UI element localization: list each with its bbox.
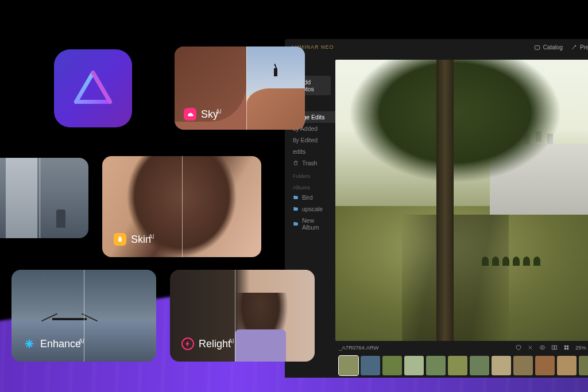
compare-divider xyxy=(182,156,183,257)
cloud-icon xyxy=(184,108,196,121)
app-icon xyxy=(54,49,132,127)
thumbnail[interactable] xyxy=(339,356,358,375)
feature-card-waterfall[interactable] xyxy=(0,158,88,238)
bolt-icon xyxy=(181,337,194,350)
feature-label: SkyAI xyxy=(184,108,221,121)
feature-card-sky[interactable]: SkyAI xyxy=(175,46,305,130)
triangle-logo-icon xyxy=(71,66,115,111)
jar-icon xyxy=(114,233,126,246)
feature-card-enhance[interactable]: EnhanceAI xyxy=(11,270,156,362)
album-item-bird[interactable]: Bird xyxy=(285,192,335,203)
bottom-toolbar: _A7R0764.ARW 25% xyxy=(335,341,588,354)
presets-button[interactable]: Presets xyxy=(571,44,588,51)
eye-icon[interactable] xyxy=(539,344,546,351)
thumbnail[interactable] xyxy=(470,356,489,375)
compare-divider xyxy=(246,46,247,130)
thumbnail[interactable] xyxy=(382,356,402,375)
folder-icon xyxy=(293,195,299,200)
photo-viewport[interactable] xyxy=(335,60,588,341)
thumbnail[interactable] xyxy=(492,356,511,375)
catalog-button[interactable]: Catalog xyxy=(534,44,563,51)
feature-label: SkinAI xyxy=(114,233,154,246)
album-item-upscale[interactable]: upscale xyxy=(285,203,335,215)
zoom-level[interactable]: 25% xyxy=(575,344,586,351)
svg-rect-1 xyxy=(119,236,121,238)
sparkle-icon xyxy=(23,337,36,350)
close-icon[interactable] xyxy=(527,344,533,351)
filename-label: _A7R0764.ARW xyxy=(339,344,379,351)
main-area: _A7R0764.ARW 25% xyxy=(335,55,588,378)
feature-label: RelightAI xyxy=(181,337,234,350)
thumbnail[interactable] xyxy=(426,356,446,375)
titlebar: LUMINAR NEO Catalog Presets xyxy=(285,39,588,55)
svg-rect-4 xyxy=(552,346,554,349)
album-item-new[interactable]: New Album xyxy=(285,215,335,233)
sidebar-item-edits[interactable]: edits xyxy=(285,146,335,157)
svg-rect-7 xyxy=(567,345,568,347)
svg-rect-8 xyxy=(564,347,566,349)
compare-divider xyxy=(40,158,40,238)
thumbnail[interactable] xyxy=(579,356,588,375)
sidebar-item-trash[interactable]: Trash xyxy=(285,157,335,169)
feature-card-relight[interactable]: RelightAI xyxy=(170,270,315,362)
svg-rect-9 xyxy=(567,347,568,349)
thumbnail[interactable] xyxy=(535,356,555,375)
svg-rect-6 xyxy=(564,345,566,347)
folder-icon xyxy=(293,221,299,227)
albums-section-label: Albums xyxy=(285,180,335,192)
folder-icon xyxy=(293,206,299,212)
thumbnail[interactable] xyxy=(557,356,577,375)
thumbnail[interactable] xyxy=(404,356,424,375)
thumbnail[interactable] xyxy=(361,356,380,375)
folder-icon xyxy=(534,44,540,51)
svg-point-3 xyxy=(541,347,543,348)
svg-rect-5 xyxy=(555,346,557,349)
feature-label: EnhanceAI xyxy=(23,337,84,350)
wand-icon xyxy=(571,44,577,51)
grid-icon[interactable] xyxy=(563,344,570,351)
filmstrip xyxy=(335,354,588,378)
trash-icon xyxy=(293,160,299,166)
feature-card-skin[interactable]: SkinAI xyxy=(102,156,261,257)
compare-icon[interactable] xyxy=(551,344,558,351)
folders-section-label: Folders xyxy=(285,169,335,180)
compare-divider xyxy=(235,270,235,362)
svg-rect-2 xyxy=(535,45,539,49)
thumbnail[interactable] xyxy=(448,356,467,375)
sidebar-item-recently-edited[interactable]: tly Edited xyxy=(285,134,335,146)
waterfall-preview-image xyxy=(0,158,88,238)
thumbnail[interactable] xyxy=(513,356,533,375)
svg-rect-0 xyxy=(118,238,122,242)
app-window: LUMINAR NEO Catalog Presets ⌕ + Add Phot… xyxy=(285,39,588,378)
heart-icon[interactable] xyxy=(515,344,521,351)
